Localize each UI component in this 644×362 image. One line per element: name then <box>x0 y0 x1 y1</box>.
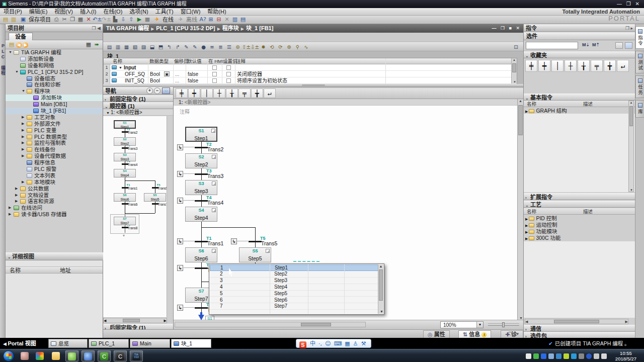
breadcrumb-item[interactable]: 块_1 [FB1] <box>246 25 273 31</box>
portal-view-button[interactable]: ◀ Portal 视图 <box>3 338 36 349</box>
ime-toolbar[interactable]: S中·,☺⌨▦♙⚒ <box>296 339 371 348</box>
popup-row[interactable]: 6Step6 <box>210 297 378 304</box>
delete-icon[interactable]: ✕ <box>85 16 93 24</box>
editor-tool-icon[interactable]: ▦ <box>122 43 131 51</box>
tree-view-icons[interactable]: ▦➠ <box>85 40 101 49</box>
branch-jump-icon[interactable]: ↳ <box>231 238 237 244</box>
favorite-insert-step-icon[interactable]: ┼ <box>565 60 577 72</box>
editor-tool-icon[interactable]: ✎ <box>191 43 199 51</box>
save-project-button[interactable]: ▣ 保存项目 <box>18 17 52 23</box>
new-item-icon[interactable]: ▤ <box>8 40 16 49</box>
step-step7[interactable]: S7Step7 <box>114 217 136 225</box>
zoom-out-icon[interactable]: − <box>154 87 160 94</box>
favorite-insert-transition-and-step-icon[interactable]: ┿ <box>538 60 550 72</box>
tree-item[interactable]: ▶在线访问 <box>6 205 103 211</box>
branch-jump-icon[interactable]: ↳ <box>177 198 183 204</box>
sequencer-item[interactable]: ▼ 1: <新顺控器> <box>103 109 173 116</box>
tree-item[interactable]: 设备组态 <box>6 75 103 82</box>
title-window-buttons[interactable]: — ❐ ✕ <box>617 0 644 8</box>
insert-step-icon[interactable]: ┼ <box>213 88 225 98</box>
tree-item[interactable]: ▶外部源文件 <box>6 121 103 127</box>
favorite-insert-step-and-transition-icon[interactable]: ╪ <box>525 60 537 72</box>
tab-properties[interactable]: ◎ 属性 <box>423 330 450 338</box>
tree-item[interactable]: 添加新块 <box>6 95 103 101</box>
sogou-icon[interactable]: S <box>299 341 306 348</box>
tree-expand-icon[interactable]: ▼ <box>9 49 12 56</box>
tray-icon-11[interactable] <box>601 353 607 359</box>
section-favorites[interactable]: ⌄收藏夹 <box>524 51 635 58</box>
tree-expand-icon[interactable]: ▶ <box>22 127 24 134</box>
tree-item[interactable]: ▶公共数据 <box>6 186 103 192</box>
editor-window-buttons[interactable]: — ❐ ■ ✕ <box>492 24 521 33</box>
step-step5[interactable]: S5Step5 <box>144 193 166 202</box>
favorite-insert-sequence-end-icon[interactable]: ╁ <box>578 60 590 72</box>
step-step4[interactable]: S4Step4 <box>114 169 136 177</box>
step-step4[interactable]: S4Step4 <box>185 207 217 222</box>
tray-icon-2[interactable] <box>533 353 539 359</box>
compile-icon[interactable]: ▙ <box>111 16 119 24</box>
popup-row[interactable]: 7Step7 <box>210 303 378 310</box>
tree-item[interactable]: ▶读卡器/USB 存储器 <box>6 211 103 218</box>
transition-tick[interactable] <box>249 241 262 242</box>
editor-tool-icon[interactable]: ▧ <box>131 43 139 51</box>
tab-devices[interactable]: 设备 <box>9 33 33 40</box>
tree-item[interactable]: ▶语言和资源 <box>6 198 103 205</box>
insert-jump-icon[interactable]: ╤ <box>238 88 251 98</box>
popup-row[interactable]: 3Step3 <box>210 278 378 284</box>
step-action-icon[interactable] <box>212 182 216 186</box>
menu-item[interactable]: 视图(V) <box>51 8 76 16</box>
favorite-insert-transition-icon[interactable]: │ <box>551 60 564 72</box>
tray-icon-8[interactable] <box>579 353 584 359</box>
tree-item[interactable]: 在线和诊断 <box>6 81 103 88</box>
download-icon[interactable]: ⇩ <box>119 16 127 24</box>
section-extended[interactable]: ›扩展指令 <box>524 193 635 200</box>
transition-tick[interactable] <box>195 267 208 269</box>
insert-step-and-transition-icon[interactable]: ╪ <box>176 88 188 98</box>
tree-item[interactable]: 添加新设备 <box>6 56 103 62</box>
step-step3[interactable]: S3Step3 <box>185 180 217 195</box>
editor-tool-icon[interactable]: ≡ <box>208 43 216 51</box>
transition-tick[interactable] <box>195 307 208 309</box>
inspector-window-icons[interactable]: ❐ ▾ <box>508 331 520 336</box>
copy-icon[interactable]: ❐ <box>68 16 76 24</box>
popup-row[interactable]: 4Step4 <box>210 284 378 291</box>
editor-tool-icon[interactable]: ● <box>199 43 208 51</box>
browser-app-icon[interactable] <box>33 350 46 361</box>
instruction-item[interactable]: ▶300C 功能 <box>524 235 635 241</box>
step-list-popup[interactable]: 1Step12Step23Step34Step45Step56Step67Ste… <box>209 263 384 315</box>
section-pre-instructions[interactable]: ›前固定指令 (1) <box>103 95 173 102</box>
transition-tick[interactable] <box>195 147 208 148</box>
editor-tool-icon[interactable]: ⟲ <box>268 43 276 51</box>
tray-icon-3[interactable] <box>541 353 546 359</box>
section-sequencer[interactable]: ⌄顺控器 (1) <box>103 102 173 109</box>
editor-tool-icon[interactable]: ≣ <box>216 43 225 51</box>
tia-v13-app-icon[interactable]: TIA V13 <box>130 350 143 361</box>
tree-expand-icon[interactable]: ▶ <box>15 198 18 205</box>
popup-row[interactable]: 5Step5 <box>210 291 378 297</box>
section-communication[interactable]: ›通信 <box>524 325 635 332</box>
editor-tool-icon[interactable]: ▤ <box>105 43 114 51</box>
open-project-icon[interactable]: ▥ <box>10 16 18 24</box>
favorite-insert-branch-icon[interactable]: ╈ <box>604 60 616 72</box>
graph-vertical-scrollbar[interactable]: ▲▼ <box>517 99 523 320</box>
tray-icon-7[interactable] <box>571 353 577 359</box>
tree-expand-icon[interactable]: ▶ <box>15 192 18 199</box>
nav-sync-icon[interactable]: ⇔ <box>162 87 170 94</box>
print-icon[interactable]: ⎙ <box>52 16 60 24</box>
step-action-icon[interactable] <box>212 249 216 253</box>
insert-transition-and-step-icon[interactable]: ┿ <box>188 88 200 98</box>
menu-item[interactable]: 插入(I) <box>76 8 100 16</box>
step-action-icon[interactable] <box>266 249 270 253</box>
graph-horizontal-scrollbar[interactable] <box>175 322 366 327</box>
view-toggle-icon[interactable] <box>615 42 623 49</box>
editor-tool-icon[interactable]: ↱ <box>174 43 182 51</box>
var-table-row[interactable]: 3INIT_SQBool...false将顺序设置为初始状态 <box>104 77 517 84</box>
tree-item[interactable]: ▶监控与强制表 <box>6 140 103 146</box>
step-step3[interactable]: S3Step3 <box>114 153 136 161</box>
tree-item[interactable]: ▶工艺对象 <box>6 114 103 121</box>
insert-branch-icon[interactable]: ╈ <box>251 88 263 98</box>
tray-icon-6[interactable] <box>564 353 569 359</box>
instruction-item[interactable]: ▶运动控制 <box>524 222 635 228</box>
tree-expand-icon[interactable]: ▼ <box>22 88 25 95</box>
camtasia-app-icon[interactable]: C <box>98 350 111 361</box>
